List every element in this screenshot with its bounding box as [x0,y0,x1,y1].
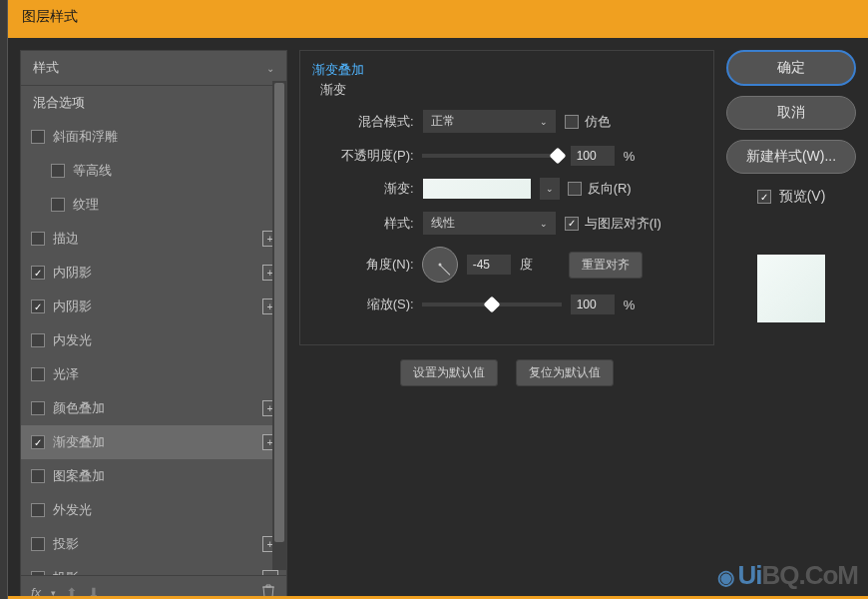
style-item-10[interactable]: 图案叠加 [21,459,286,493]
group-subtitle: 渐变 [320,81,699,99]
style-item-4[interactable]: 内阴影+ [21,256,286,290]
preview-chk-box [757,190,771,204]
style-dropdown[interactable]: 线性 ⌄ [422,211,557,236]
chevron-down-icon[interactable]: ⌄ [266,63,274,74]
gradient-swatch[interactable] [422,178,532,200]
scrollbar[interactable] [272,81,286,570]
style-item-13[interactable]: 投影+ [21,561,286,575]
style-item-label: 渐变叠加 [53,433,105,451]
preview-checkbox[interactable]: 预览(V) [726,188,856,206]
gradient-picker-dropdown[interactable]: ⌄ [540,178,560,200]
gradient-label: 渐变: [314,180,414,198]
blend-mode-value: 正常 [431,113,455,130]
style-item-8[interactable]: 颜色叠加+ [21,391,286,425]
style-checkbox[interactable] [31,266,45,280]
style-item-2[interactable]: 纹理 [21,188,286,222]
blend-mode-dropdown[interactable]: 正常 ⌄ [422,109,557,134]
scale-input[interactable] [570,294,616,315]
set-default-button[interactable]: 设置为默认值 [400,359,498,386]
style-checkbox[interactable] [31,571,45,575]
blending-options-label: 混合选项 [33,94,85,112]
style-item-5[interactable]: 内阴影+ [21,290,286,323]
blending-options-item[interactable]: 混合选项 [21,86,286,120]
opacity-label: 不透明度(P): [314,147,414,165]
style-item-11[interactable]: 外发光 [21,493,286,527]
center-panel: 渐变叠加 渐变 混合模式: 正常 ⌄ 仿色 不透明度(P): % [299,50,714,599]
align-chk-box [565,217,579,231]
style-item-label: 内阴影 [53,264,92,282]
dither-checkbox[interactable]: 仿色 [565,113,611,131]
opacity-input[interactable] [570,145,616,167]
style-checkbox[interactable] [31,435,45,449]
style-item-3[interactable]: 描边+ [21,222,286,256]
gradient-row: 渐变: ⌄ 反向(R) [314,178,699,200]
style-item-label: 斜面和浮雕 [53,128,118,146]
ok-button[interactable]: 确定 [726,50,856,86]
angle-unit: 度 [520,256,533,274]
angle-dial[interactable] [422,247,458,283]
style-checkbox[interactable] [51,198,65,212]
add-effect-button[interactable]: + [262,570,278,575]
angle-input[interactable] [466,254,512,276]
dialog-body: 样式 ⌄ 混合选项 斜面和浮雕等高线纹理描边+内阴影+内阴影+内发光光泽颜色叠加… [8,38,868,599]
cancel-button[interactable]: 取消 [726,96,856,130]
scale-slider[interactable] [422,302,562,306]
chevron-down-icon: ⌄ [540,219,548,229]
style-checkbox[interactable] [31,300,45,313]
style-checkbox[interactable] [31,469,45,483]
style-value: 线性 [431,215,455,232]
reset-align-button[interactable]: 重置对齐 [569,252,643,279]
style-checkbox[interactable] [31,333,45,347]
reverse-label: 反向(R) [588,180,632,198]
style-row: 样式: 线性 ⌄ 与图层对齐(I) [314,211,699,236]
style-item-12[interactable]: 投影+ [21,527,286,561]
style-checkbox[interactable] [31,367,45,381]
style-item-0[interactable]: 斜面和浮雕 [21,120,286,154]
style-item-label: 内阴影 [53,298,92,315]
style-item-6[interactable]: 内发光 [21,323,286,357]
new-style-button[interactable]: 新建样式(W)... [726,140,856,174]
scale-slider-thumb[interactable] [483,297,500,313]
style-checkbox[interactable] [31,130,45,144]
style-item-label: 投影 [53,569,79,575]
style-checkbox[interactable] [31,401,45,415]
opacity-slider[interactable] [422,154,562,158]
vertical-ruler [0,0,8,599]
style-list: 混合选项 斜面和浮雕等高线纹理描边+内阴影+内阴影+内发光光泽颜色叠加+渐变叠加… [21,86,286,575]
style-checkbox[interactable] [51,164,65,178]
style-item-7[interactable]: 光泽 [21,357,286,391]
scrollbar-thumb[interactable] [274,83,284,542]
opacity-slider-thumb[interactable] [549,148,566,165]
dither-chk-box [565,115,579,129]
styles-header-label: 样式 [33,59,59,77]
style-checkbox[interactable] [31,537,45,551]
align-checkbox[interactable]: 与图层对齐(I) [565,215,661,233]
style-label: 样式: [314,215,414,233]
group-title: 渐变叠加 [312,61,699,79]
angle-row: 角度(N): 度 重置对齐 [314,247,699,283]
style-item-label: 外发光 [53,501,92,519]
dialog-titlebar: 图层样式 [8,0,868,38]
style-item-9[interactable]: 渐变叠加+ [21,425,286,459]
chevron-down-icon: ⌄ [540,117,548,127]
style-item-label: 颜色叠加 [53,399,105,417]
styles-panel: 样式 ⌄ 混合选项 斜面和浮雕等高线纹理描边+内阴影+内阴影+内发光光泽颜色叠加… [20,50,287,599]
reset-default-button[interactable]: 复位为默认值 [516,359,614,386]
styles-header[interactable]: 样式 ⌄ [21,51,286,86]
scale-unit: % [624,298,636,312]
style-item-1[interactable]: 等高线 [21,154,286,188]
scale-row: 缩放(S): % [314,294,699,315]
style-checkbox[interactable] [31,232,45,246]
opacity-row: 不透明度(P): % [314,145,699,167]
style-checkbox[interactable] [31,503,45,517]
style-item-label: 内发光 [53,331,92,349]
default-buttons-row: 设置为默认值 复位为默认值 [299,359,714,386]
reverse-checkbox[interactable]: 反向(R) [568,180,632,198]
blend-mode-row: 混合模式: 正常 ⌄ 仿色 [314,109,699,134]
watermark-icon: ◉ [717,566,733,588]
style-item-label: 图案叠加 [53,467,105,485]
right-panel: 确定 取消 新建样式(W)... 预览(V) [726,50,856,599]
angle-dial-line [439,265,450,276]
opacity-unit: % [624,149,636,164]
style-item-label: 描边 [53,230,79,248]
